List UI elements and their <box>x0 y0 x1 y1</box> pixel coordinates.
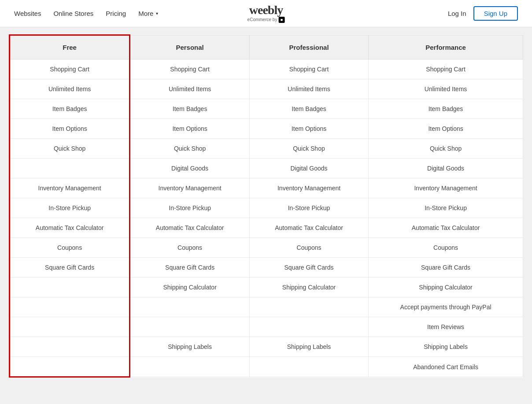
table-cell: Coupons <box>369 238 523 258</box>
table-cell: In-Store Pickup <box>10 198 130 218</box>
table-cell: Shopping Cart <box>10 59 130 79</box>
table-cell <box>10 159 130 178</box>
table-cell <box>10 278 130 297</box>
table-cell: In-Store Pickup <box>369 198 523 218</box>
table-cell: Quick Shop <box>369 139 523 159</box>
table-cell: Item Options <box>369 119 523 139</box>
table-row: Item OptionsItem OptionsItem OptionsItem… <box>10 119 523 139</box>
table-row: Square Gift CardsSquare Gift CardsSquare… <box>10 258 523 278</box>
table-row: Item Reviews <box>10 317 523 337</box>
table-cell: Accept payments through PayPal <box>369 297 523 317</box>
table-cell <box>249 297 368 317</box>
table-header-row: Free Personal Professional Performance <box>10 35 523 59</box>
table-cell: In-Store Pickup <box>249 198 368 218</box>
table-cell: Unlimited Items <box>369 79 523 99</box>
main-content: Free Personal Professional Performance S… <box>0 27 532 404</box>
table-row: Shipping CalculatorShipping CalculatorSh… <box>10 278 523 297</box>
table-cell: Shipping Calculator <box>130 278 250 297</box>
table-cell <box>130 357 250 377</box>
table-cell: Shipping Labels <box>249 337 368 357</box>
table-row: Unlimited ItemsUnlimited ItemsUnlimited … <box>10 79 523 99</box>
table-cell: Abandoned Cart Emails <box>369 357 523 377</box>
table-cell <box>10 357 130 377</box>
table-cell: Square Gift Cards <box>130 258 250 278</box>
nav-more-dropdown[interactable]: More ▾ <box>138 10 158 17</box>
table-cell <box>130 317 250 337</box>
table-cell: Unlimited Items <box>249 79 368 99</box>
table-cell: Automatic Tax Calculator <box>130 218 250 238</box>
navbar: Websites Online Stores Pricing More ▾ we… <box>0 0 532 27</box>
table-cell: Unlimited Items <box>10 79 130 99</box>
table-cell: Automatic Tax Calculator <box>10 218 130 238</box>
nav-link-online-stores[interactable]: Online Stores <box>53 10 93 17</box>
chevron-down-icon: ▾ <box>156 11 158 16</box>
table-cell <box>10 337 130 357</box>
table-cell: Quick Shop <box>130 139 250 159</box>
table-cell: Shipping Calculator <box>369 278 523 297</box>
table-row: In-Store PickupIn-Store PickupIn-Store P… <box>10 198 523 218</box>
table-cell: Shipping Labels <box>369 337 523 357</box>
col-header-personal: Personal <box>130 35 250 59</box>
table-cell: Shipping Calculator <box>249 278 368 297</box>
table-cell: Coupons <box>130 238 250 258</box>
signup-button[interactable]: Sign Up <box>473 6 518 21</box>
table-cell: Automatic Tax Calculator <box>249 218 368 238</box>
table-cell: Quick Shop <box>10 139 130 159</box>
table-cell: Shopping Cart <box>130 59 250 79</box>
table-cell <box>249 357 368 377</box>
logo-sub-text: eCommerce by <box>248 18 277 22</box>
table-cell <box>130 297 250 317</box>
login-button[interactable]: Log In <box>448 10 466 17</box>
col-header-performance: Performance <box>369 35 523 59</box>
nav-link-websites[interactable]: Websites <box>14 10 41 17</box>
comparison-table: Free Personal Professional Performance S… <box>9 34 523 378</box>
table-cell: Shopping Cart <box>369 59 523 79</box>
table-cell: Shipping Labels <box>130 337 250 357</box>
col-header-professional: Professional <box>249 35 368 59</box>
table-cell: Shopping Cart <box>249 59 368 79</box>
table-cell <box>10 317 130 337</box>
table-row: Digital GoodsDigital GoodsDigital Goods <box>10 159 523 178</box>
table-cell: Item Badges <box>369 99 523 119</box>
table-cell: Item Options <box>10 119 130 139</box>
table-cell: Digital Goods <box>249 159 368 178</box>
table-cell: Item Badges <box>10 99 130 119</box>
nav-left: Websites Online Stores Pricing More ▾ <box>14 10 158 17</box>
table-row: Shipping LabelsShipping LabelsShipping L… <box>10 337 523 357</box>
square-brand-icon: ■ <box>278 17 284 23</box>
table-cell: Item Options <box>130 119 250 139</box>
table-cell: Square Gift Cards <box>249 258 368 278</box>
nav-more-label: More <box>138 10 153 17</box>
table-cell: Inventory Management <box>249 178 368 198</box>
table-cell: Digital Goods <box>369 159 523 178</box>
logo-brand-text: weebly <box>249 4 283 16</box>
table-row: Automatic Tax CalculatorAutomatic Tax Ca… <box>10 218 523 238</box>
nav-right: Log In Sign Up <box>448 6 518 21</box>
table-row: Item BadgesItem BadgesItem BadgesItem Ba… <box>10 99 523 119</box>
table-row: CouponsCouponsCouponsCoupons <box>10 238 523 258</box>
table-cell: Inventory Management <box>369 178 523 198</box>
logo-subtitle: eCommerce by ■ <box>248 17 285 23</box>
table-cell: Coupons <box>10 238 130 258</box>
table-cell: Automatic Tax Calculator <box>369 218 523 238</box>
table-cell <box>10 297 130 317</box>
table-cell: Item Badges <box>249 99 368 119</box>
table-cell: Square Gift Cards <box>369 258 523 278</box>
table-row: Accept payments through PayPal <box>10 297 523 317</box>
table-cell: Inventory Management <box>10 178 130 198</box>
site-logo[interactable]: weebly eCommerce by ■ <box>248 4 285 23</box>
table-cell: Square Gift Cards <box>10 258 130 278</box>
table-cell: Item Reviews <box>369 317 523 337</box>
table-cell: Inventory Management <box>130 178 250 198</box>
table-row: Shopping CartShopping CartShopping CartS… <box>10 59 523 79</box>
table-cell: Quick Shop <box>249 139 368 159</box>
table-cell: In-Store Pickup <box>130 198 250 218</box>
table-row: Inventory ManagementInventory Management… <box>10 178 523 198</box>
table-cell <box>249 317 368 337</box>
nav-link-pricing[interactable]: Pricing <box>106 10 126 17</box>
table-cell: Item Badges <box>130 99 250 119</box>
table-cell: Item Options <box>249 119 368 139</box>
table-row: Quick ShopQuick ShopQuick ShopQuick Shop <box>10 139 523 159</box>
table-cell: Digital Goods <box>130 159 250 178</box>
table-cell: Unlimited Items <box>130 79 250 99</box>
